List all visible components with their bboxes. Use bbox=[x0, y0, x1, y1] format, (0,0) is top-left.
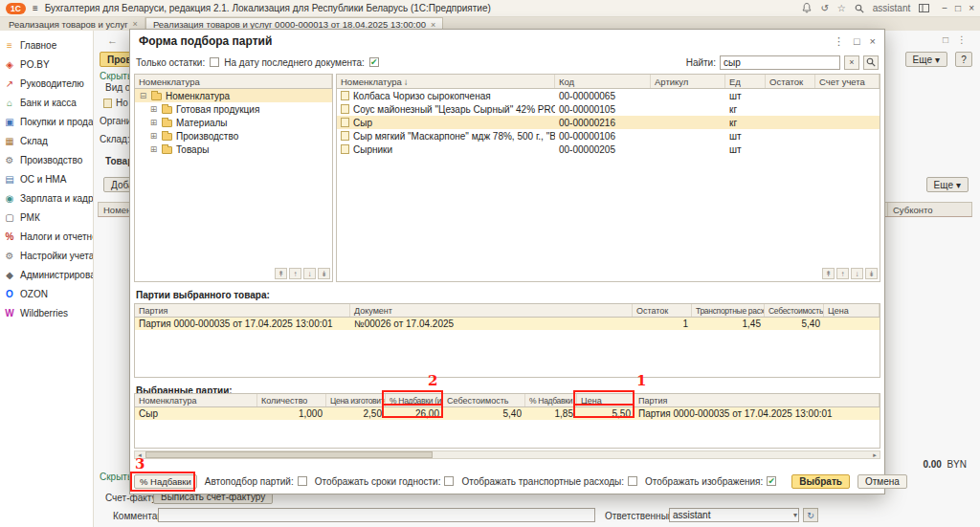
column-name[interactable]: Номенклатура↓ bbox=[337, 75, 555, 88]
transport-costs-checkbox[interactable] bbox=[628, 476, 637, 486]
nav-last-icon[interactable]: ↡ bbox=[865, 268, 878, 279]
search-input[interactable] bbox=[720, 55, 840, 70]
scroll-right-icon[interactable]: ▸ bbox=[870, 451, 880, 459]
cancel-button[interactable]: Отмена bbox=[858, 474, 907, 489]
sidebar-item-wildberries[interactable]: WWildberries bbox=[0, 303, 93, 322]
sidebar-item-bank-i-kassa[interactable]: ⌂Банк и касса bbox=[0, 93, 93, 112]
form-window-icon[interactable]: □ bbox=[943, 34, 948, 45]
clear-search-icon[interactable]: × bbox=[844, 55, 859, 70]
search-icon[interactable] bbox=[855, 4, 864, 13]
tab-close-icon[interactable]: × bbox=[133, 19, 138, 29]
nav-first-icon[interactable]: ↟ bbox=[822, 268, 835, 279]
list-item-syr-selected[interactable]: Сыр 00-00000216 кг bbox=[337, 116, 880, 129]
sidebar-item-nalogi-i-otchetnost[interactable]: %Налоги и отчетность bbox=[0, 227, 93, 246]
sidebar-item-zarplata-i-kadry[interactable]: ◉Зарплата и кадры bbox=[0, 188, 93, 208]
tree-header[interactable]: Номенклатура bbox=[135, 75, 332, 88]
nav-prev-icon[interactable]: ↑ bbox=[836, 268, 849, 279]
minimize-icon[interactable]: − bbox=[942, 3, 947, 13]
tab-realizaciya-1[interactable]: Реализация товаров и услуг × bbox=[2, 17, 145, 31]
markup-percent-button[interactable]: % Надбавки bbox=[134, 474, 197, 489]
help-button[interactable]: ? bbox=[955, 52, 972, 67]
column-remain[interactable]: Остаток bbox=[633, 304, 692, 317]
notifications-bell-icon[interactable] bbox=[802, 3, 812, 13]
nav-prev-icon[interactable]: ↑ bbox=[289, 268, 301, 279]
close-icon[interactable]: × bbox=[969, 3, 974, 13]
sidebar-item-os-i-nma[interactable]: ▤ОС и НМА bbox=[0, 169, 93, 188]
chevron-down-icon[interactable]: ▾ bbox=[793, 511, 797, 519]
nav-last-icon[interactable]: ↡ bbox=[318, 268, 330, 279]
list-item-kolbasa[interactable]: Колбаса Чоризо сырокопченая 00-00000065 … bbox=[337, 89, 880, 102]
column-remain[interactable]: Остаток bbox=[766, 75, 815, 88]
form-more-icon[interactable]: ⋮ bbox=[957, 34, 967, 45]
select-button[interactable]: Выбрать bbox=[791, 474, 850, 489]
advanced-search-icon[interactable] bbox=[863, 55, 879, 70]
show-images-checkbox[interactable]: ✔ bbox=[767, 476, 776, 486]
dialog-more-icon[interactable]: ⋮ bbox=[834, 35, 844, 48]
history-icon[interactable]: ↺ bbox=[820, 4, 828, 13]
column-markup[interactable]: % Надбавки bbox=[525, 394, 577, 406]
list-item-syrniki[interactable]: Сырники 00-00000205 шт bbox=[337, 143, 880, 156]
sidebar-item-rukovoditelyu[interactable]: ↗Руководителю bbox=[0, 74, 93, 93]
column-account[interactable]: Счет учета bbox=[815, 75, 880, 88]
comment-input[interactable] bbox=[158, 508, 595, 522]
column-maker-price[interactable]: Цена изготовителя bbox=[326, 394, 386, 406]
last-doc-date-checkbox[interactable]: ✔ bbox=[369, 57, 379, 67]
expand-icon[interactable]: ⊞ bbox=[149, 118, 158, 127]
tab-close-icon[interactable]: × bbox=[431, 20, 435, 30]
tree-node-proizvodstvo[interactable]: ⊞ Производство bbox=[135, 129, 332, 143]
sidebar-item-po-by[interactable]: ◈PO.BY bbox=[0, 55, 93, 74]
sidebar-item-sklad[interactable]: ▦Склад bbox=[0, 131, 93, 150]
nav-first-icon[interactable]: ↟ bbox=[275, 268, 287, 279]
sidebar-item-glavnoe[interactable]: ≡Главное bbox=[0, 35, 93, 55]
horizontal-scrollbar[interactable]: ◂ ▸ bbox=[134, 450, 880, 459]
auto-select-checkbox[interactable] bbox=[298, 476, 307, 486]
column-transport[interactable]: Транспортные расходы bbox=[692, 304, 765, 317]
column-price[interactable]: Цена bbox=[577, 394, 635, 406]
list-item-sous[interactable]: Соус майонезный "Цезарь Сырный" 42% PRO … bbox=[337, 102, 880, 116]
column-maker-markup[interactable]: % Надбавки (изг.) bbox=[386, 394, 443, 406]
tree-node-tovary[interactable]: ⊞ Товары bbox=[135, 143, 332, 156]
refresh-icon[interactable]: ↻ bbox=[803, 508, 818, 522]
sidebar-item-administrirovanie[interactable]: ◆Администрирование bbox=[0, 265, 93, 284]
scroll-left-icon[interactable]: ◂ bbox=[135, 451, 145, 459]
table-more-button[interactable]: Еще▾ bbox=[926, 177, 969, 192]
only-remains-checkbox[interactable] bbox=[210, 57, 219, 67]
sidebar-item-proizvodstvo[interactable]: ⚙Производство bbox=[0, 150, 93, 169]
sidebar-item-nastroyki-ucheta[interactable]: ⚙Настройки учета bbox=[0, 246, 93, 265]
tree-node-materialy[interactable]: ⊞ Материалы bbox=[135, 116, 332, 129]
collapse-icon[interactable]: ⊟ bbox=[139, 91, 147, 100]
selected-batch-row[interactable]: Сыр 1,000 2,50 26,00 5,40 1,85 5,50 Парт… bbox=[135, 407, 880, 420]
responsible-input[interactable] bbox=[669, 508, 799, 522]
column-unit[interactable]: Ед bbox=[725, 75, 766, 88]
maximize-icon[interactable]: □ bbox=[955, 3, 961, 13]
favorites-star-icon[interactable]: ☆ bbox=[837, 4, 846, 13]
column-subconto[interactable]: Субконто bbox=[887, 203, 971, 216]
dialog-maximize-icon[interactable]: □ bbox=[854, 35, 860, 47]
column-batch[interactable]: Партия bbox=[635, 394, 880, 406]
column-article[interactable]: Артикул bbox=[651, 75, 725, 88]
column-price[interactable]: Цена bbox=[824, 304, 880, 317]
dialog-close-icon[interactable]: × bbox=[870, 35, 876, 47]
tree-root-nomenklatura[interactable]: ⊟ Номенклатура bbox=[135, 89, 332, 102]
back-icon[interactable]: ← bbox=[107, 34, 118, 47]
column-nomenclature[interactable]: Номенклатура bbox=[135, 394, 257, 406]
batch-row[interactable]: Партия 0000-000035 от 17.04.2025 13:00:0… bbox=[135, 318, 880, 330]
list-item-syr-myagkiy[interactable]: Сыр мягкий "Маскарпоне" мдж 78%, 500 г.,… bbox=[337, 129, 880, 143]
sidebar-item-pokupki-i-prodazhi[interactable]: ▣Покупки и продажи bbox=[0, 112, 93, 131]
sidebar-item-ozon[interactable]: OOZON bbox=[0, 284, 93, 303]
column-quantity[interactable]: Количество bbox=[257, 394, 326, 406]
tree-node-gotovaya-produkciya[interactable]: ⊞ Готовая продукция bbox=[135, 102, 332, 116]
more-button[interactable]: Еще▾ bbox=[905, 52, 947, 67]
scrollbar-thumb[interactable] bbox=[145, 451, 433, 458]
nav-next-icon[interactable]: ↓ bbox=[303, 268, 316, 279]
column-code[interactable]: Код bbox=[555, 75, 651, 88]
column-document[interactable]: Документ bbox=[350, 304, 633, 317]
expand-icon[interactable]: ⊞ bbox=[149, 104, 158, 114]
nav-next-icon[interactable]: ↓ bbox=[851, 268, 863, 279]
sidebar-item-rmk[interactable]: ▢РМК bbox=[0, 208, 93, 227]
column-cost[interactable]: Себестоимость bbox=[443, 394, 525, 406]
shelf-life-checkbox[interactable] bbox=[444, 476, 454, 486]
column-batch[interactable]: Партия bbox=[135, 304, 350, 317]
expand-icon[interactable]: ⊞ bbox=[149, 131, 158, 141]
current-user-label[interactable]: assistant bbox=[873, 3, 910, 13]
